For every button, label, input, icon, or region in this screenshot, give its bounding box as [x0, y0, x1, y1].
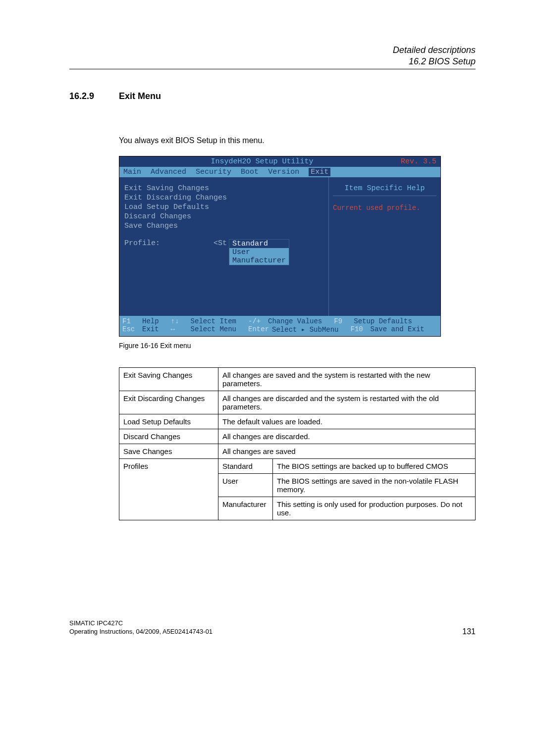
page-footer: SIMATIC IPC427C Operating Instructions, …	[69, 619, 476, 636]
table-row: Profiles Standard The BIOS settings are …	[119, 458, 476, 473]
bios-help-pane: Item Specific Help Current used profile.	[329, 177, 440, 316]
section-heading: 16.2.9 Exit Menu	[69, 91, 476, 101]
key-plusminus: -/+	[248, 317, 265, 325]
footer-docinfo: Operating Instructions, 04/2009, A5E0241…	[69, 628, 213, 636]
bios-revision: Rev. 3.5	[401, 157, 436, 166]
menu-save-changes[interactable]: Save Changes	[124, 222, 323, 230]
tab-exit[interactable]: Exit	[309, 168, 330, 176]
label-submenu: Select ▸ SubMenu	[272, 325, 338, 334]
cell-save-changes-desc: All changes are saved	[218, 444, 476, 458]
cell-profile-user-desc: The BIOS settings are saved in the non-v…	[273, 473, 476, 497]
profile-option-manufacturer[interactable]: Manufacturer	[229, 256, 289, 265]
cell-load-defaults-desc: The default values are loaded.	[218, 414, 476, 429]
profile-option-user[interactable]: User	[229, 248, 289, 256]
cell-exit-saving-desc: All changes are saved and the system is …	[218, 367, 476, 391]
description-table: Exit Saving Changes All changes are save…	[119, 367, 476, 520]
label-select-item: Select Item	[191, 317, 236, 325]
table-row: Discard Changes All changes are discarde…	[119, 429, 476, 444]
bios-title: InsydeH2O Setup Utility	[123, 157, 401, 166]
tab-boot[interactable]: Boot	[241, 168, 259, 176]
cell-discard-changes-desc: All changes are discarded.	[218, 429, 476, 444]
menu-load-defaults[interactable]: Load Setup Defaults	[124, 203, 323, 211]
key-esc: Esc	[122, 325, 139, 334]
section-title: Exit Menu	[119, 91, 161, 101]
header-section: 16.2 BIOS Setup	[69, 56, 476, 67]
help-text: Current used profile.	[333, 204, 436, 212]
table-row: Save Changes All changes are saved	[119, 444, 476, 458]
figure-caption: Figure 16-16 Exit menu	[119, 342, 476, 350]
tab-security[interactable]: Security	[196, 168, 231, 176]
cell-profile-user: User	[218, 473, 273, 497]
cell-save-changes: Save Changes	[119, 444, 218, 458]
label-save-exit: Save and Exit	[371, 325, 425, 334]
table-row: Exit Discarding Changes All changes are …	[119, 391, 476, 414]
page-header: Detailed descriptions 16.2 BIOS Setup	[69, 45, 476, 69]
label-help: Help	[142, 317, 159, 325]
tab-version[interactable]: Version	[268, 168, 299, 176]
key-f9: F9	[334, 317, 351, 325]
key-leftright: ↔	[171, 325, 188, 334]
label-change-values: Change Values	[268, 317, 322, 325]
menu-exit-discarding[interactable]: Exit Discarding Changes	[124, 194, 323, 202]
cell-profile-standard: Standard	[218, 458, 273, 473]
label-exit: Exit	[142, 325, 159, 334]
tab-advanced[interactable]: Advanced	[151, 168, 186, 176]
key-f10: F10	[351, 325, 368, 334]
page-number: 131	[462, 627, 476, 636]
menu-discard-changes[interactable]: Discard Changes	[124, 212, 323, 221]
label-select-menu: Select Menu	[191, 325, 236, 334]
tab-main[interactable]: Main	[123, 168, 141, 176]
bios-footer: F1Help ↑↓Select Item -/+Change Values F9…	[119, 316, 440, 336]
footer-product: SIMATIC IPC427C	[69, 619, 213, 628]
cell-exit-saving: Exit Saving Changes	[119, 367, 218, 391]
key-updown: ↑↓	[171, 317, 188, 325]
profile-label: Profile:	[124, 239, 214, 248]
cell-load-defaults: Load Setup Defaults	[119, 414, 218, 429]
profile-value-prefix: <St	[214, 239, 227, 248]
intro-text: You always exit BIOS Setup in this menu.	[119, 136, 476, 145]
cell-exit-discarding-desc: All changes are discarded and the system…	[218, 391, 476, 414]
header-chapter: Detailed descriptions	[69, 45, 476, 56]
bios-left-pane: Exit Saving Changes Exit Discarding Chan…	[119, 177, 329, 316]
cell-profiles: Profiles	[119, 458, 218, 520]
key-enter: Enter	[248, 325, 269, 334]
help-title: Item Specific Help	[333, 184, 436, 196]
table-row: Exit Saving Changes All changes are save…	[119, 367, 476, 391]
profile-popup[interactable]: Standard User Manufacturer	[229, 239, 289, 265]
profile-option-standard[interactable]: Standard	[229, 240, 289, 248]
label-setup-defaults: Setup Defaults	[354, 317, 412, 325]
cell-exit-discarding: Exit Discarding Changes	[119, 391, 218, 414]
cell-discard-changes: Discard Changes	[119, 429, 218, 444]
bios-tabs: Main Advanced Security Boot Version Exit	[119, 167, 440, 177]
bios-screenshot: InsydeH2O Setup Utility Rev. 3.5 Main Ad…	[119, 156, 441, 337]
table-row: Load Setup Defaults The default values a…	[119, 414, 476, 429]
cell-profile-manufacturer-desc: This setting is only used for production…	[273, 497, 476, 520]
cell-profile-standard-desc: The BIOS settings are backed up to buffe…	[273, 458, 476, 473]
key-f1: F1	[122, 317, 139, 325]
section-number: 16.2.9	[69, 91, 119, 101]
menu-exit-saving[interactable]: Exit Saving Changes	[124, 184, 323, 193]
cell-profile-manufacturer: Manufacturer	[218, 497, 273, 520]
